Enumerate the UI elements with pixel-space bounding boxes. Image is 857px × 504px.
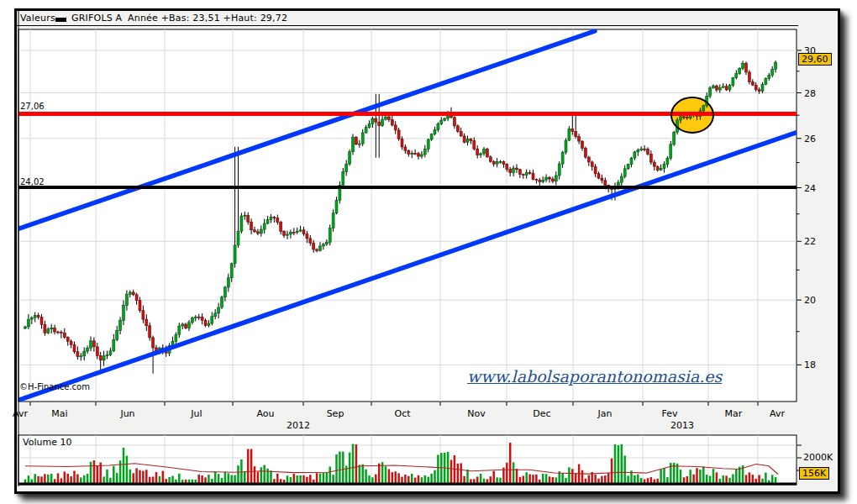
resistance-price-label: 27,06: [20, 102, 45, 111]
copyright-label: ©H-Finance.com: [19, 382, 90, 391]
header-range-label: Année +Bas: 23,51 +Haut: 29,72: [128, 13, 287, 24]
legend-color-swatch: [55, 18, 66, 22]
screenshot-stage: Valeurs GRIFOLS A Année +Bas: 23,51 +Hau…: [0, 0, 857, 504]
chart-window: [14, 8, 840, 494]
volume-panel-title: Volume 10: [23, 437, 71, 448]
last-volume-badge: 156K: [799, 467, 829, 480]
last-price-badge: 29,60: [798, 53, 832, 66]
watermark-link[interactable]: www.labolsaporantonomasia.es: [467, 367, 722, 386]
support-price-label: 24,02: [20, 177, 45, 186]
header-series-name: GRIFOLS A: [71, 13, 122, 24]
volume-axis-label: 2000K: [803, 452, 833, 463]
header-valeurs-label: Valeurs: [20, 13, 55, 24]
